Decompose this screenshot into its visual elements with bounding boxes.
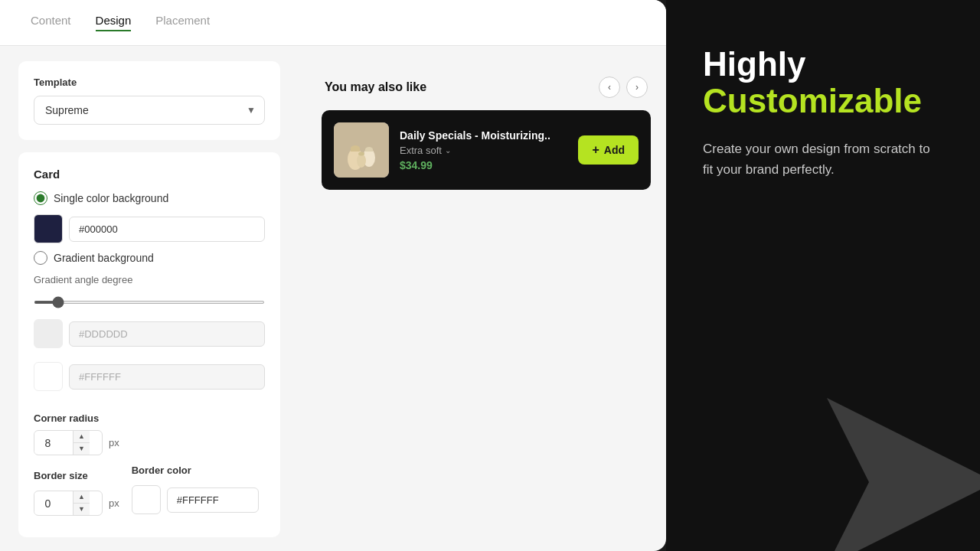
single-color-row: Single color background bbox=[34, 191, 265, 205]
nav-prev-button[interactable]: ‹ bbox=[599, 77, 620, 98]
single-color-radio[interactable] bbox=[34, 191, 47, 205]
product-info: Daily Specials - Moisturizing.. Extra so… bbox=[400, 129, 567, 171]
variant-chevron-icon[interactable]: ⌄ bbox=[445, 146, 451, 155]
gradient-label[interactable]: Gradient background bbox=[54, 252, 154, 264]
gradient-color2-input[interactable]: #FFFFFF bbox=[69, 364, 265, 390]
corner-radius-section: Corner radius ▲ ▼ px bbox=[34, 412, 265, 455]
plus-icon: + bbox=[592, 143, 599, 157]
border-size-input[interactable] bbox=[34, 493, 73, 514]
gradient-color2-row: #FFFFFF bbox=[34, 362, 265, 391]
single-color-input[interactable]: #000000 bbox=[69, 217, 265, 242]
headline-white: Highly bbox=[703, 46, 943, 83]
svg-point-7 bbox=[357, 154, 366, 168]
gradient-angle-label: Gradient angle degree bbox=[34, 274, 265, 285]
tabs-bar: Content Design Placement bbox=[0, 0, 666, 46]
description: Create your own design from scratch to f… bbox=[703, 139, 943, 180]
gradient-colors: #DDDDDD #FFFFFF bbox=[34, 319, 265, 399]
border-color-field: Border color #FFFFFF bbox=[132, 461, 259, 522]
corner-radius-unit: px bbox=[109, 437, 119, 448]
single-color-picker-row: #000000 bbox=[34, 214, 265, 243]
card-title: Card bbox=[34, 168, 265, 181]
add-button-label: Add bbox=[604, 144, 625, 156]
gradient-angle-slider[interactable] bbox=[34, 301, 265, 304]
gradient-angle-slider-wrapper bbox=[34, 293, 265, 307]
widget-header: You may also like ‹ › bbox=[322, 77, 651, 98]
template-label: Template bbox=[34, 77, 265, 88]
gradient-color1-swatch[interactable] bbox=[34, 319, 63, 348]
corner-radius-stepper: ▲ ▼ bbox=[34, 430, 103, 455]
svg-rect-6 bbox=[365, 149, 373, 152]
product-image bbox=[334, 122, 389, 178]
deco-arrow-icon bbox=[827, 398, 980, 551]
corner-radius-label: Corner radius bbox=[34, 412, 265, 424]
left-panel: Content Design Placement Template Suprem… bbox=[0, 0, 666, 551]
add-to-cart-button[interactable]: + Add bbox=[578, 135, 639, 165]
border-section: Border size ▲ ▼ px bbox=[34, 461, 265, 522]
nav-next-button[interactable]: › bbox=[626, 77, 648, 98]
gradient-radio[interactable] bbox=[34, 251, 47, 265]
corner-radius-row: ▲ ▼ px bbox=[34, 430, 265, 455]
border-size-up[interactable]: ▲ bbox=[74, 491, 90, 504]
template-select[interactable]: Supreme Classic Modern Minimal bbox=[34, 96, 265, 125]
svg-rect-3 bbox=[351, 148, 360, 152]
border-size-down[interactable]: ▼ bbox=[74, 504, 90, 515]
product-variant-text: Extra soft bbox=[400, 145, 442, 156]
svg-rect-0 bbox=[334, 122, 389, 178]
right-panel: Highly Customizable Create your own desi… bbox=[666, 0, 980, 551]
corner-radius-arrows: ▲ ▼ bbox=[73, 431, 90, 455]
corner-radius-input[interactable] bbox=[34, 432, 73, 454]
border-size-unit: px bbox=[109, 497, 119, 509]
svg-point-8 bbox=[358, 152, 364, 156]
tab-content[interactable]: Content bbox=[31, 14, 71, 31]
product-variant-row: Extra soft ⌄ bbox=[400, 145, 567, 156]
template-select-wrapper: Supreme Classic Modern Minimal ▼ bbox=[34, 96, 265, 125]
gradient-row: Gradient background bbox=[34, 251, 265, 265]
template-section: Template Supreme Classic Modern Minimal … bbox=[18, 61, 280, 140]
border-size-row: ▲ ▼ px bbox=[34, 491, 119, 516]
product-name: Daily Specials - Moisturizing.. bbox=[400, 129, 567, 142]
preview-area: You may also like ‹ › bbox=[299, 46, 666, 551]
gradient-color2-swatch[interactable] bbox=[34, 362, 63, 391]
card-section: Card Single color background #000000 Gra… bbox=[18, 152, 280, 537]
border-color-swatch[interactable] bbox=[132, 485, 161, 514]
tab-design[interactable]: Design bbox=[96, 14, 132, 31]
corner-radius-up[interactable]: ▲ bbox=[74, 431, 90, 443]
border-size-arrows: ▲ ▼ bbox=[73, 491, 90, 515]
border-color-input[interactable]: #FFFFFF bbox=[167, 487, 259, 513]
settings-panel: Template Supreme Classic Modern Minimal … bbox=[0, 46, 299, 551]
product-card: Daily Specials - Moisturizing.. Extra so… bbox=[322, 110, 651, 190]
tab-placement[interactable]: Placement bbox=[155, 14, 210, 31]
border-color-label: Border color bbox=[132, 465, 259, 476]
preview-widget: You may also like ‹ › bbox=[322, 77, 651, 190]
border-color-row: #FFFFFF bbox=[132, 485, 259, 514]
gradient-color1-input[interactable]: #DDDDDD bbox=[69, 321, 265, 347]
border-size-field: Border size ▲ ▼ px bbox=[34, 467, 119, 522]
gradient-section: Gradient angle degree #DDDDDD #FFFFFF bbox=[34, 274, 265, 399]
border-size-label: Border size bbox=[34, 470, 119, 481]
product-price: $34.99 bbox=[400, 159, 567, 171]
gradient-color1-row: #DDDDDD bbox=[34, 319, 265, 348]
main-content: Template Supreme Classic Modern Minimal … bbox=[0, 46, 666, 551]
single-color-swatch[interactable] bbox=[34, 214, 63, 243]
svg-marker-9 bbox=[827, 398, 980, 551]
widget-title: You may also like bbox=[325, 80, 426, 94]
headline-green: Customizable bbox=[703, 83, 943, 119]
corner-radius-down[interactable]: ▼ bbox=[74, 443, 90, 455]
product-image-svg bbox=[334, 122, 389, 178]
nav-arrows: ‹ › bbox=[599, 77, 648, 98]
single-color-label[interactable]: Single color background bbox=[54, 192, 168, 204]
border-size-stepper: ▲ ▼ bbox=[34, 491, 103, 516]
